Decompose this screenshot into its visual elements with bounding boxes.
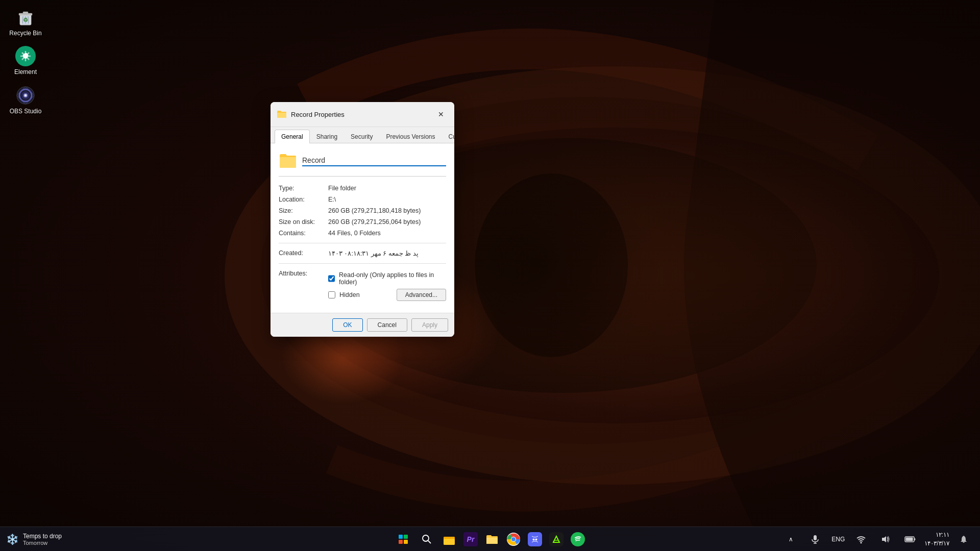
- dialog-close-button[interactable]: ✕: [434, 107, 448, 121]
- attributes-controls: Read-only (Only applies to files in fold…: [328, 270, 446, 303]
- vectornator-icon: [549, 532, 564, 546]
- attributes-label: Attributes:: [279, 270, 322, 303]
- wifi-icon: [856, 535, 866, 543]
- tab-general[interactable]: General: [275, 130, 310, 143]
- prop-location: Location: E:\: [279, 194, 446, 205]
- properties-list: Type: File folder Location: E:\ Size: 26…: [279, 183, 446, 264]
- prop-size-disk: Size on disk: 260 GB (279,271,256,064 by…: [279, 216, 446, 228]
- prop-contains-label: Contains:: [279, 230, 322, 237]
- svg-rect-21: [444, 539, 455, 545]
- win-sq-3: [399, 540, 403, 544]
- svg-rect-32: [906, 537, 913, 541]
- notification-button[interactable]: [953, 529, 974, 549]
- premiere-icon: Pr: [463, 532, 478, 546]
- prop-separator: [279, 243, 446, 243]
- discord-icon: [528, 532, 542, 546]
- dialog-overlay: Record Properties ✕ General Sharing Secu…: [0, 0, 980, 551]
- chrome-icon: [506, 532, 521, 546]
- wifi-button[interactable]: [851, 529, 871, 549]
- volume-icon: [881, 535, 890, 543]
- volume-button[interactable]: [875, 529, 896, 549]
- folder-button[interactable]: [483, 530, 501, 548]
- dialog-buttons: OK Cancel Apply: [271, 313, 454, 337]
- dialog-titlebar: Record Properties ✕: [271, 102, 454, 127]
- prop-location-value: E:\: [328, 196, 336, 203]
- hidden-label: Hidden: [339, 291, 360, 298]
- svg-line-19: [428, 541, 431, 543]
- tab-sharing[interactable]: Sharing: [310, 130, 344, 143]
- prop-size-disk-label: Size on disk:: [279, 218, 322, 226]
- attributes-section: Attributes: Read-only (Only applies to f…: [279, 268, 446, 305]
- apply-button[interactable]: Apply: [411, 318, 448, 332]
- chrome-button[interactable]: [504, 530, 523, 548]
- weather-text: Temps to drop Tomorrow: [23, 533, 62, 546]
- microphone-icon: [811, 535, 819, 544]
- svg-point-24: [511, 537, 516, 541]
- taskbar: ❄️ Temps to drop Tomorrow: [0, 527, 980, 551]
- folder-name-row: [279, 152, 446, 177]
- prop-size-disk-value: 260 GB (279,271,256,064 bytes): [328, 218, 421, 226]
- tab-previous-versions[interactable]: Previous Versions: [379, 130, 442, 143]
- prop-size-label: Size:: [279, 207, 322, 214]
- notification-icon: [960, 535, 968, 543]
- prop-size-value: 260 GB (279,271,180,418 bytes): [328, 207, 421, 214]
- file-explorer-button[interactable]: [440, 530, 458, 548]
- vectornator-button[interactable]: [547, 530, 566, 548]
- prop-type: Type: File folder: [279, 183, 446, 194]
- spotify-button[interactable]: [569, 530, 587, 548]
- folder-name-input[interactable]: [302, 155, 446, 166]
- battery-icon: [904, 536, 916, 543]
- properties-dialog: Record Properties ✕ General Sharing Secu…: [271, 102, 454, 337]
- prop-size: Size: 260 GB (279,271,180,418 bytes): [279, 205, 446, 216]
- microphone-button[interactable]: [805, 529, 825, 549]
- dialog-tabs: General Sharing Security Previous Versio…: [271, 127, 454, 143]
- readonly-label: Read-only (Only applies to files in fold…: [339, 271, 446, 286]
- prop-location-label: Location:: [279, 196, 322, 203]
- clock[interactable]: ۱۲:۱۱ ۱۴۰۳/۳/۱۷: [924, 531, 949, 548]
- readonly-checkbox[interactable]: [328, 275, 335, 282]
- folder-taskbar-icon: [485, 532, 499, 546]
- svg-point-18: [423, 535, 429, 541]
- spotify-icon: [571, 532, 585, 546]
- discord-button[interactable]: [526, 530, 544, 548]
- premiere-pro-button[interactable]: Pr: [461, 530, 480, 548]
- folder-icon-large: [279, 152, 297, 170]
- taskbar-apps: Pr: [393, 529, 587, 549]
- attributes-row: Attributes: Read-only (Only applies to f…: [279, 268, 446, 305]
- prop-contains-value: 44 Files, 0 Folders: [328, 230, 381, 237]
- search-button[interactable]: [416, 529, 437, 549]
- windows-logo: [399, 535, 408, 544]
- prop-contains: Contains: 44 Files, 0 Folders: [279, 228, 446, 239]
- clock-date: ۱۴۰۳/۳/۱۷: [924, 539, 949, 548]
- cancel-button[interactable]: Cancel: [367, 318, 407, 332]
- file-explorer-icon: [443, 533, 456, 546]
- weather-title: Temps to drop: [23, 533, 62, 540]
- tray-chevron[interactable]: ∧: [780, 529, 801, 549]
- weather-widget[interactable]: ❄️ Temps to drop Tomorrow: [6, 533, 62, 546]
- language-indicator[interactable]: ENG: [829, 529, 847, 549]
- battery-button[interactable]: [900, 529, 920, 549]
- dialog-title: Record Properties: [291, 111, 430, 118]
- prop-type-label: Type:: [279, 185, 322, 192]
- tab-customize[interactable]: Customize: [442, 130, 454, 143]
- system-tray: ∧ ENG: [780, 529, 974, 549]
- svg-point-25: [533, 538, 535, 540]
- search-icon: [422, 535, 431, 544]
- dialog-folder-icon: [277, 110, 287, 118]
- advanced-button[interactable]: Advanced...: [397, 289, 446, 301]
- svg-point-30: [861, 542, 862, 543]
- svg-rect-33: [914, 538, 916, 540]
- start-button[interactable]: [393, 529, 413, 549]
- dialog-content: Type: File folder Location: E:\ Size: 26…: [271, 143, 454, 313]
- clock-time: ۱۲:۱۱: [924, 531, 949, 539]
- readonly-row: Read-only (Only applies to files in fold…: [328, 270, 446, 287]
- hidden-checkbox[interactable]: [328, 291, 335, 298]
- tab-security[interactable]: Security: [344, 130, 379, 143]
- weather-icon: ❄️: [6, 533, 19, 545]
- svg-point-26: [535, 538, 537, 540]
- win-sq-1: [399, 535, 403, 539]
- prop-created: Created: ۱۴۰۳ پد ظ جمعه ۶ مهر ۰۸:۱۸:۳۱: [279, 247, 446, 259]
- prop-type-value: File folder: [328, 185, 356, 192]
- weather-subtitle: Tomorrow: [23, 540, 62, 546]
- ok-button[interactable]: OK: [332, 318, 362, 332]
